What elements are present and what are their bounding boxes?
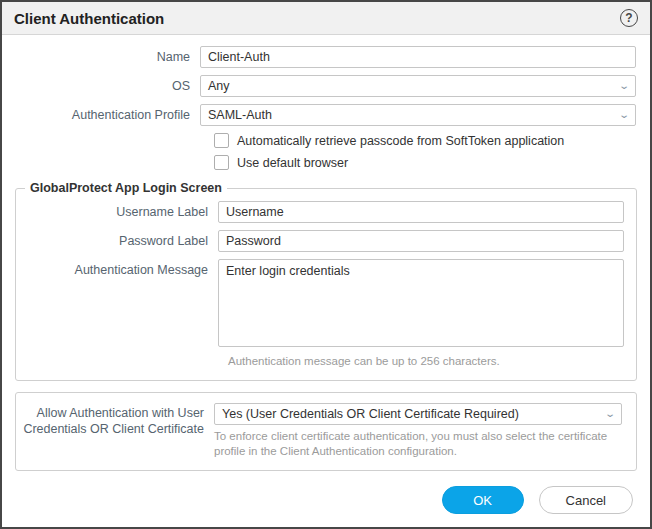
client-certificate-section: Allow Authentication with User Credentia… <box>15 392 637 471</box>
auth-profile-selected-value: SAML-Auth <box>208 108 272 122</box>
username-label-label: Username Label <box>16 204 218 220</box>
password-label-label: Password Label <box>16 233 218 249</box>
chevron-down-icon: ⌄ <box>618 81 630 91</box>
ok-button[interactable]: OK <box>442 486 524 514</box>
softtoken-checkbox-row: Automatically retrieve passcode from Sof… <box>214 133 636 148</box>
softtoken-checkbox[interactable] <box>214 133 229 148</box>
cert-section-controls: Yes (User Credentials OR Client Certific… <box>214 403 622 460</box>
auth-profile-row: Authentication Profile SAML-Auth ⌄ <box>2 104 636 126</box>
auth-message-label: Authentication Message <box>16 259 218 278</box>
username-label-input[interactable] <box>218 201 624 223</box>
chevron-down-icon: ⌄ <box>604 409 616 419</box>
os-selected-value: Any <box>208 79 230 93</box>
help-icon[interactable]: ? <box>620 9 638 27</box>
client-authentication-dialog: Client Authentication ? Name OS Any ⌄ Au… <box>0 0 652 529</box>
globalprotect-login-screen-group: GlobalProtect App Login Screen Username … <box>15 181 637 381</box>
dialog-title: Client Authentication <box>14 10 164 27</box>
os-label: OS <box>2 78 200 94</box>
password-label-row: Password Label <box>16 230 624 252</box>
default-browser-checkbox-label: Use default browser <box>237 156 348 170</box>
dialog-buttons: OK Cancel <box>442 486 633 514</box>
auth-profile-dropdown[interactable]: SAML-Auth ⌄ <box>200 104 636 126</box>
form-area: Name OS Any ⌄ Authentication Profile SAM… <box>2 35 650 471</box>
auth-profile-label: Authentication Profile <box>2 107 200 123</box>
auth-message-textarea[interactable]: Enter login credentials <box>218 259 624 347</box>
name-input[interactable] <box>200 46 636 68</box>
dialog-titlebar: Client Authentication ? <box>2 2 650 35</box>
username-label-row: Username Label <box>16 201 624 223</box>
default-browser-checkbox[interactable] <box>214 155 229 170</box>
name-label: Name <box>2 49 200 65</box>
cert-auth-selected-value: Yes (User Credentials OR Client Certific… <box>222 407 519 421</box>
os-row: OS Any ⌄ <box>2 75 636 97</box>
password-label-input[interactable] <box>218 230 624 252</box>
softtoken-checkbox-label: Automatically retrieve passcode from Sof… <box>237 134 564 148</box>
cert-section-label: Allow Authentication with User Credentia… <box>16 403 214 438</box>
cert-section-hint: To enforce client certificate authentica… <box>214 429 609 460</box>
os-dropdown[interactable]: Any ⌄ <box>200 75 636 97</box>
name-row: Name <box>2 46 636 68</box>
auth-message-hint: Authentication message can be up to 256 … <box>228 354 624 370</box>
chevron-down-icon: ⌄ <box>618 110 630 120</box>
globalprotect-login-screen-legend: GlobalProtect App Login Screen <box>25 181 227 195</box>
auth-message-row: Authentication Message Enter login crede… <box>16 259 624 347</box>
cancel-button[interactable]: Cancel <box>539 486 633 514</box>
cert-auth-dropdown[interactable]: Yes (User Credentials OR Client Certific… <box>214 403 622 425</box>
default-browser-checkbox-row: Use default browser <box>214 155 636 170</box>
